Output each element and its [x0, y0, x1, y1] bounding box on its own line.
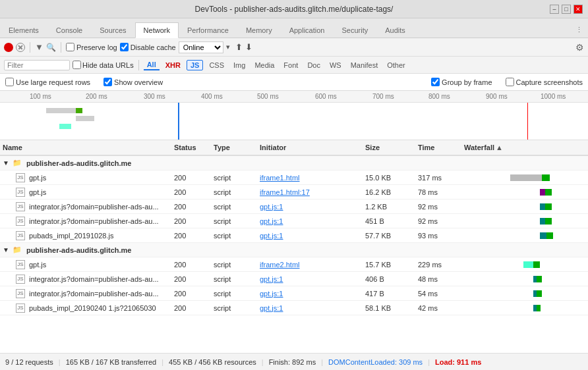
- large-rows-label[interactable]: Use large request rows: [5, 78, 90, 86]
- header-name[interactable]: Name: [0, 144, 171, 151]
- title-bar: DevTools - publisher-ads-audits.glitch.m…: [0, 0, 588, 18]
- record-button[interactable]: [4, 43, 13, 52]
- filter-media-button[interactable]: Media: [251, 61, 278, 70]
- table-row[interactable]: JS integrator.js?domain=publisher-ads-au…: [0, 214, 588, 228]
- tab-audits[interactable]: Audits: [376, 22, 414, 38]
- filter-doc-button[interactable]: Doc: [304, 61, 324, 70]
- header-type[interactable]: Type: [211, 144, 257, 151]
- waterfall-bar-container: [464, 173, 563, 182]
- cell-time: 92 ms: [415, 203, 461, 211]
- toolbar-separator-2: [61, 42, 61, 53]
- hide-data-urls-checkbox[interactable]: [73, 61, 81, 69]
- initiator-link[interactable]: iframe1.html:17: [260, 188, 310, 196]
- header-waterfall[interactable]: Waterfall ▲: [461, 144, 588, 151]
- filter-other-button[interactable]: Other: [384, 61, 409, 70]
- table-row[interactable]: JS integrator.js?domain=publisher-ads-au…: [0, 199, 588, 214]
- group-domain: publisher-ads-audits.glitch.me: [26, 159, 132, 167]
- show-overview-label[interactable]: Show overview: [103, 78, 163, 86]
- table-row[interactable]: JS pubads_impl_20191028.js 200 script gp…: [0, 228, 588, 243]
- header-initiator[interactable]: Initiator: [257, 144, 363, 151]
- show-overview-checkbox[interactable]: [103, 78, 112, 86]
- settings-icon[interactable]: ⚙: [575, 42, 584, 53]
- expand-icon[interactable]: ▼: [3, 246, 9, 253]
- initiator-link[interactable]: gpt.js:1: [260, 275, 283, 283]
- cell-initiator: gpt.js:1: [257, 290, 363, 298]
- filter-font-button[interactable]: Font: [280, 61, 301, 70]
- clear-button[interactable]: [16, 43, 25, 52]
- table-body: ▼ 📁 publisher-ads-audits.glitch.me JS gp…: [0, 156, 588, 353]
- tab-console[interactable]: Console: [47, 22, 91, 38]
- cell-waterfall: [461, 188, 588, 197]
- preserve-log-checkbox-label[interactable]: Preserve log: [66, 43, 117, 51]
- hide-data-urls-label-text: Hide data URLs: [82, 61, 134, 69]
- cell-type: script: [211, 188, 257, 196]
- initiator-link[interactable]: gpt.js:1: [260, 290, 283, 298]
- filter-manifest-button[interactable]: Manifest: [347, 61, 382, 70]
- table-row[interactable]: JS pubads_impl_20190240 1.js?21065030 20…: [0, 301, 588, 315]
- table-row[interactable]: JS gpt.js 200 script iframe1.html:17 16.…: [0, 185, 588, 199]
- cell-size: 1.2 KB: [363, 203, 415, 211]
- throttle-select[interactable]: Online Fast 3G Slow 3G Offline: [179, 41, 223, 53]
- file-icon: JS: [16, 217, 25, 226]
- initiator-link[interactable]: iframe1.html: [260, 174, 300, 182]
- group-header-row[interactable]: ▼ 📁 publisher-ads-audits.glitch.me: [0, 156, 588, 171]
- waterfall-bar-main: [540, 203, 545, 210]
- tab-security[interactable]: Security: [333, 22, 376, 38]
- header-time[interactable]: Time: [415, 144, 461, 151]
- table-row[interactable]: JS integrator.js?domain=publisher-ads-au…: [0, 272, 588, 286]
- header-size[interactable]: Size: [363, 144, 415, 151]
- timeline-graph[interactable]: [0, 103, 588, 140]
- header-status[interactable]: Status: [171, 144, 211, 151]
- filter-icon[interactable]: ▼: [35, 42, 44, 52]
- tab-elements[interactable]: Elements: [0, 22, 47, 38]
- cell-status: 200: [171, 304, 211, 312]
- disable-cache-checkbox-label[interactable]: Disable cache: [120, 43, 176, 51]
- cell-initiator: iframe1.html:17: [257, 188, 363, 196]
- import-button[interactable]: ⬆: [235, 42, 243, 52]
- group-by-frame-label[interactable]: Group by frame: [431, 78, 492, 86]
- table-row[interactable]: JS gpt.js 200 script iframe1.html 15.0 K…: [0, 171, 588, 185]
- restore-button[interactable]: □: [562, 5, 571, 14]
- tab-sources[interactable]: Sources: [91, 22, 134, 38]
- initiator-link[interactable]: gpt.js:1: [260, 217, 283, 225]
- throttle-dropdown-icon[interactable]: ▾: [226, 43, 230, 51]
- export-button[interactable]: ⬇: [245, 42, 252, 52]
- tab-application[interactable]: Application: [281, 22, 334, 38]
- cell-time: 54 ms: [415, 290, 461, 298]
- group-header-row[interactable]: ▼ 📁 publisher-ads-audits.glitch.me: [0, 243, 588, 257]
- large-rows-checkbox[interactable]: [5, 78, 14, 86]
- capture-screenshots-checkbox[interactable]: [506, 78, 514, 86]
- tab-memory[interactable]: Memory: [237, 22, 281, 38]
- initiator-link[interactable]: gpt.js:1: [260, 232, 283, 240]
- filter-input[interactable]: [4, 60, 70, 70]
- initiator-link[interactable]: iframe2.html: [260, 261, 300, 269]
- tab-performance[interactable]: Performance: [179, 22, 237, 38]
- timeline-blue-fill: [178, 103, 179, 140]
- filter-ws-button[interactable]: WS: [326, 61, 345, 70]
- table-row[interactable]: JS integrator.js?domain=publisher-ads-au…: [0, 286, 588, 301]
- file-name: integrator.js?domain=publisher-ads-au...: [29, 275, 159, 283]
- filter-all-button[interactable]: All: [144, 60, 160, 70]
- filter-xhr-button[interactable]: XHR: [162, 61, 184, 70]
- minimize-button[interactable]: –: [550, 5, 559, 14]
- filter-css-button[interactable]: CSS: [206, 61, 227, 70]
- search-icon[interactable]: 🔍: [46, 43, 56, 52]
- tab-network[interactable]: Network: [135, 22, 179, 38]
- group-by-frame-checkbox[interactable]: [431, 78, 440, 86]
- disable-cache-checkbox[interactable]: [120, 43, 129, 51]
- initiator-link[interactable]: gpt.js:1: [260, 203, 283, 211]
- filter-img-button[interactable]: Img: [230, 61, 249, 70]
- initiator-link[interactable]: gpt.js:1: [260, 304, 283, 312]
- ruler-mark-400: 400 ms: [201, 93, 223, 100]
- more-tabs-button[interactable]: ⋮: [570, 22, 588, 38]
- preserve-log-checkbox[interactable]: [66, 43, 74, 51]
- table-row[interactable]: JS gpt.js 200 script iframe2.html 15.7 K…: [0, 257, 588, 272]
- close-button[interactable]: ✕: [573, 5, 583, 14]
- filter-js-button[interactable]: JS: [187, 60, 203, 70]
- hide-data-urls-label[interactable]: Hide data URLs: [73, 61, 134, 69]
- waterfall-bar-container: [464, 289, 563, 298]
- file-icon: JS: [16, 231, 25, 240]
- capture-screenshots-label[interactable]: Capture screenshots: [506, 78, 583, 86]
- expand-icon[interactable]: ▼: [3, 159, 9, 167]
- capture-screenshots-text: Capture screenshots: [516, 78, 583, 86]
